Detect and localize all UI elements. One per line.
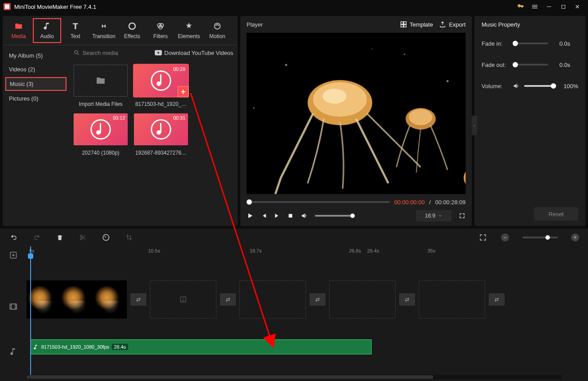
audio-track[interactable]: 8171503-hd_1920_1080_30fps 28.4s (27, 321, 588, 361)
seek-bar[interactable] (247, 201, 390, 203)
svg-point-8 (404, 54, 405, 55)
video-track[interactable]: ⇄ ⇄ ⇄ ⇄ ⇄ (27, 278, 588, 321)
panel-collapse-button[interactable]: › (472, 116, 477, 135)
empty-clip-slot[interactable] (150, 280, 216, 319)
timeline-ruler[interactable]: 0s 10.5s 18.7s 26.8s 28.4s 35s (27, 246, 588, 257)
reset-button[interactable]: Reset (534, 207, 578, 221)
property-title: Music Property (482, 16, 578, 33)
music-note-icon (90, 119, 111, 140)
close-button[interactable] (570, 0, 584, 13)
aspect-ratio-select[interactable]: 16:9 (416, 210, 451, 222)
transition-slot[interactable]: ⇄ (310, 293, 325, 306)
tab-media[interactable]: Media (4, 18, 33, 43)
tab-effects[interactable]: Effects (118, 18, 146, 43)
delete-button[interactable] (55, 234, 65, 241)
fadein-label: Fade in: (482, 40, 508, 47)
menu-icon[interactable] (528, 0, 542, 13)
template-icon (400, 21, 407, 28)
empty-clip-slot[interactable] (419, 280, 485, 319)
volume-label: Volume: (482, 83, 508, 89)
add-to-timeline-button[interactable]: + (177, 86, 189, 97)
titlebar: MiniTool MovieMaker Free 7.4.1 (0, 0, 588, 13)
transition-slot[interactable]: ⇄ (130, 293, 146, 306)
prev-frame-button[interactable] (261, 213, 267, 219)
tab-text[interactable]: Text (61, 18, 90, 43)
album-sidebar: My Album (5) Videos (2) Music (3) Pictur… (3, 45, 69, 226)
app-title: MiniTool MovieMaker Free 7.4.1 (14, 4, 96, 10)
media-item[interactable]: 00:12 202740 (1080p) (74, 113, 128, 156)
svg-point-4 (74, 51, 78, 54)
zoom-slider[interactable] (522, 237, 558, 238)
zoom-in-button[interactable]: + (571, 233, 579, 241)
media-item[interactable]: 00:31 192687-893427276… (134, 113, 188, 156)
music-note-icon (151, 119, 171, 140)
crop-button[interactable] (124, 234, 134, 241)
tab-transition[interactable]: Transition (90, 18, 118, 43)
audio-clip[interactable]: 8171503-hd_1920_1080_30fps 28.4s (30, 339, 372, 354)
export-icon (439, 21, 446, 28)
empty-clip-slot[interactable] (329, 280, 396, 319)
player-title: Player (247, 21, 394, 28)
add-track-button[interactable] (0, 246, 27, 264)
media-grid: Import Media Files 00:28 + 8171503-hd_19… (69, 60, 238, 226)
next-frame-button[interactable] (274, 213, 280, 219)
svg-rect-20 (289, 214, 292, 217)
sidebar-item-music[interactable]: Music (3) (5, 77, 67, 91)
transition-slot[interactable]: ⇄ (220, 293, 236, 306)
volume-value: 100% (561, 83, 578, 89)
time-current: 00:00:00:00 (394, 199, 425, 206)
speed-button[interactable] (101, 233, 111, 241)
template-button[interactable]: Template (400, 21, 433, 28)
redo-button[interactable] (32, 233, 42, 241)
svg-point-11 (372, 48, 372, 49)
fadein-value: 0.0s (553, 40, 570, 47)
maximize-button[interactable] (556, 0, 570, 13)
sidebar-item-myalbum[interactable]: My Album (5) (3, 49, 69, 62)
zoom-out-button[interactable]: − (501, 233, 509, 241)
video-track-icon (0, 285, 27, 328)
svg-point-7 (285, 64, 287, 66)
time-total: 00:00:28:09 (435, 199, 466, 206)
stop-button[interactable] (287, 213, 294, 219)
tab-elements[interactable]: Elements (175, 18, 203, 43)
tab-filters[interactable]: Filters (146, 18, 175, 43)
play-button[interactable] (247, 212, 254, 219)
empty-clip-slot[interactable] (239, 280, 306, 319)
svg-point-16 (323, 89, 346, 104)
property-panel: › Music Property Fade in: 0.0s Fade out:… (474, 16, 585, 226)
svg-point-10 (253, 107, 255, 109)
timeline-scrollbar[interactable] (27, 375, 561, 379)
video-preview[interactable] (247, 33, 466, 194)
volume-slider-prop[interactable] (524, 85, 556, 87)
volume-icon[interactable] (301, 212, 308, 219)
video-clip[interactable] (27, 280, 127, 319)
search-input[interactable]: Search media (74, 50, 151, 56)
export-button[interactable]: Export (439, 21, 466, 28)
sidebar-item-videos[interactable]: Videos (2) (3, 62, 69, 76)
chevron-down-icon (438, 214, 443, 218)
media-item[interactable]: 00:28 + 8171503-hd_1920_… (134, 65, 188, 107)
tab-motion[interactable]: Motion (203, 18, 231, 43)
fullscreen-button[interactable] (459, 212, 466, 219)
audio-track-icon (0, 328, 27, 375)
svg-rect-25 (10, 304, 17, 309)
volume-slider[interactable] (315, 215, 355, 217)
split-button[interactable] (78, 234, 88, 241)
svg-point-3 (214, 23, 220, 29)
fadeout-slider[interactable] (513, 64, 548, 66)
timeline-tracks[interactable]: 0s 10.5s 18.7s 26.8s 28.4s 35s ⇄ ⇄ ⇄ ⇄ (27, 246, 588, 375)
fit-timeline-button[interactable] (478, 234, 488, 241)
tab-audio[interactable]: Audio (33, 18, 61, 43)
playhead[interactable] (30, 246, 31, 375)
undo-button[interactable] (9, 233, 19, 241)
folder-icon (95, 75, 106, 86)
fadein-slider[interactable] (513, 43, 548, 44)
transition-slot[interactable]: ⇄ (489, 293, 505, 306)
transition-slot[interactable]: ⇄ (399, 293, 415, 306)
sidebar-item-pictures[interactable]: Pictures (0) (3, 92, 69, 105)
speaker-icon[interactable] (513, 82, 520, 89)
upgrade-key-icon[interactable] (514, 0, 528, 13)
minimize-button[interactable] (542, 0, 556, 13)
download-youtube-button[interactable]: Download YouTube Videos (155, 50, 233, 56)
import-media-button[interactable]: Import Media Files (74, 65, 128, 107)
